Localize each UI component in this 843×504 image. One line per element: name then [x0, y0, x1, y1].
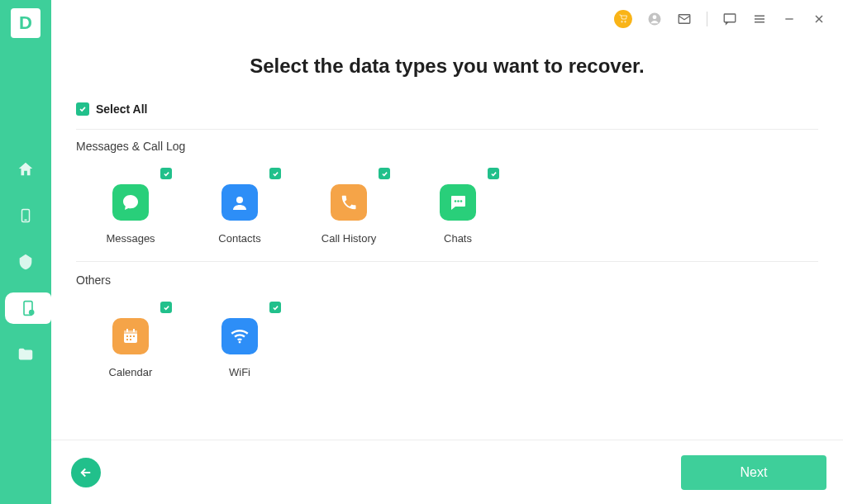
item-label: Calendar	[109, 366, 153, 378]
data-item-call-history[interactable]: Call History	[294, 163, 403, 245]
sidebar-item-folder[interactable]	[10, 339, 41, 370]
svg-point-29	[239, 341, 241, 344]
check-icon	[163, 304, 170, 311]
folder-icon	[17, 345, 35, 364]
item-checkbox[interactable]	[160, 302, 172, 313]
wifi-tile	[221, 318, 258, 354]
item-checkbox[interactable]	[379, 168, 390, 179]
item-label: Messages	[106, 232, 155, 245]
titlebar	[51, 0, 843, 38]
svg-rect-8	[724, 14, 736, 22]
check-icon	[490, 170, 498, 178]
back-button[interactable]	[71, 458, 101, 487]
footer: Next	[51, 440, 843, 504]
data-item-messages[interactable]: Messages	[76, 163, 185, 245]
sidebar: D !	[0, 0, 51, 504]
data-item-chats[interactable]: Chats	[403, 163, 512, 245]
wifi-icon	[229, 326, 250, 347]
check-icon	[381, 170, 388, 178]
mail-button[interactable]	[677, 12, 692, 26]
menu-button[interactable]	[752, 12, 767, 26]
item-checkbox[interactable]	[269, 168, 281, 179]
chat-icon	[448, 193, 468, 212]
phone-device-icon	[18, 207, 33, 225]
item-checkbox[interactable]	[160, 168, 172, 179]
messages-tile	[112, 184, 149, 221]
call-history-tile	[331, 184, 367, 221]
select-all-checkbox[interactable]	[76, 102, 89, 116]
app-logo: D	[11, 8, 40, 38]
backup-icon	[17, 253, 35, 271]
svg-point-6	[653, 15, 657, 19]
cart-icon	[618, 14, 628, 24]
svg-point-16	[455, 200, 457, 202]
menu-icon	[752, 12, 767, 26]
feedback-icon	[722, 11, 737, 27]
minimize-icon	[783, 12, 796, 26]
minimize-button[interactable]	[782, 12, 797, 26]
item-label: Chats	[444, 232, 472, 245]
main-area: Select the data types you want to recove…	[51, 0, 843, 504]
user-button[interactable]	[647, 12, 662, 26]
section-title: Messages & Call Log	[76, 140, 818, 153]
chats-tile	[440, 184, 476, 221]
section-grid-messages: Messages Contacts Call History	[76, 163, 818, 262]
sidebar-item-phone[interactable]	[10, 200, 41, 231]
select-all-label: Select All	[96, 102, 148, 116]
svg-point-18	[460, 200, 463, 202]
feedback-button[interactable]	[722, 12, 737, 26]
next-button[interactable]: Next	[681, 455, 826, 490]
phone-icon	[340, 193, 358, 212]
arrow-left-icon	[79, 465, 93, 480]
section-title: Others	[76, 273, 818, 287]
sidebar-item-phone-alert[interactable]: !	[5, 292, 51, 324]
sidebar-item-backup[interactable]	[10, 246, 41, 278]
select-all-row[interactable]: Select All	[76, 102, 818, 130]
svg-rect-28	[130, 339, 131, 340]
message-icon	[121, 193, 140, 212]
phone-alert-icon: !	[20, 299, 36, 317]
cart-button[interactable]	[614, 10, 632, 28]
svg-rect-25	[130, 335, 131, 337]
item-label: Contacts	[218, 232, 260, 245]
content: Select the data types you want to recove…	[51, 38, 843, 440]
close-icon	[812, 12, 826, 26]
data-item-wifi[interactable]: WiFi	[185, 297, 294, 378]
item-checkbox[interactable]	[269, 302, 281, 313]
check-icon	[272, 304, 279, 311]
svg-rect-27	[126, 339, 128, 340]
svg-point-15	[236, 197, 243, 203]
person-icon	[230, 193, 250, 212]
home-icon	[17, 160, 35, 178]
page-title: Select the data types you want to recove…	[76, 55, 818, 78]
calendar-icon	[121, 326, 140, 346]
calendar-tile	[112, 318, 149, 354]
item-label: WiFi	[229, 366, 250, 378]
contacts-tile	[221, 184, 258, 221]
data-item-calendar[interactable]: Calendar	[76, 297, 185, 378]
item-checkbox[interactable]	[488, 168, 499, 179]
item-label: Call History	[321, 232, 376, 245]
check-icon	[79, 105, 87, 113]
svg-rect-26	[133, 335, 135, 337]
check-icon	[272, 170, 279, 178]
svg-rect-24	[126, 335, 128, 337]
section-grid-others: Calendar WiFi	[76, 297, 818, 395]
svg-point-17	[457, 200, 460, 202]
titlebar-separator	[707, 12, 707, 26]
mail-icon	[677, 11, 692, 27]
data-item-contacts[interactable]: Contacts	[185, 163, 294, 245]
app-window: D !	[0, 0, 843, 504]
user-icon	[647, 11, 662, 27]
svg-rect-21	[124, 330, 137, 334]
check-icon	[163, 170, 170, 178]
close-button[interactable]	[812, 12, 826, 26]
sidebar-item-home[interactable]	[10, 154, 41, 185]
